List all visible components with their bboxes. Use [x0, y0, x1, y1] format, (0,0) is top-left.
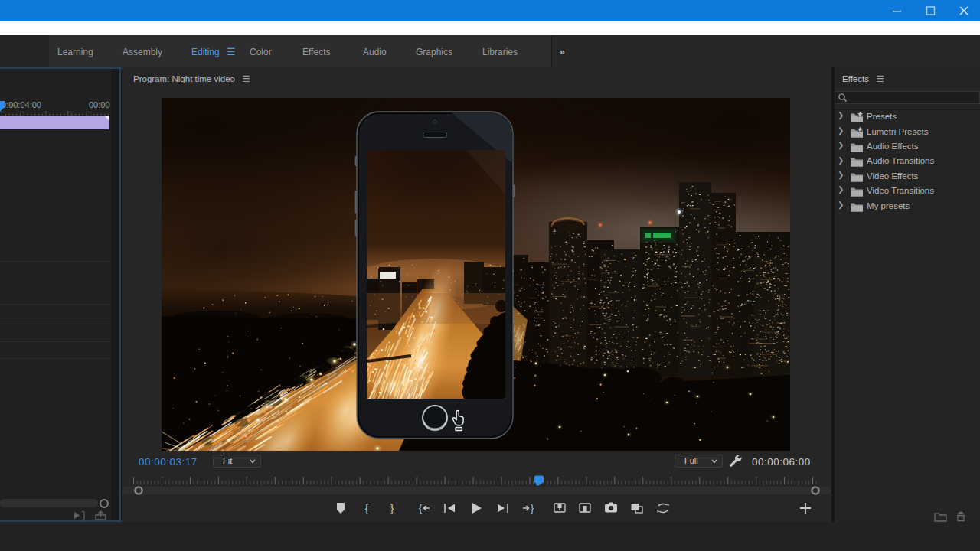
svg-text:{: {	[364, 501, 368, 514]
svg-text:}: }	[390, 501, 394, 514]
svg-text:}: }	[531, 503, 534, 514]
svg-text:{: {	[419, 503, 422, 514]
